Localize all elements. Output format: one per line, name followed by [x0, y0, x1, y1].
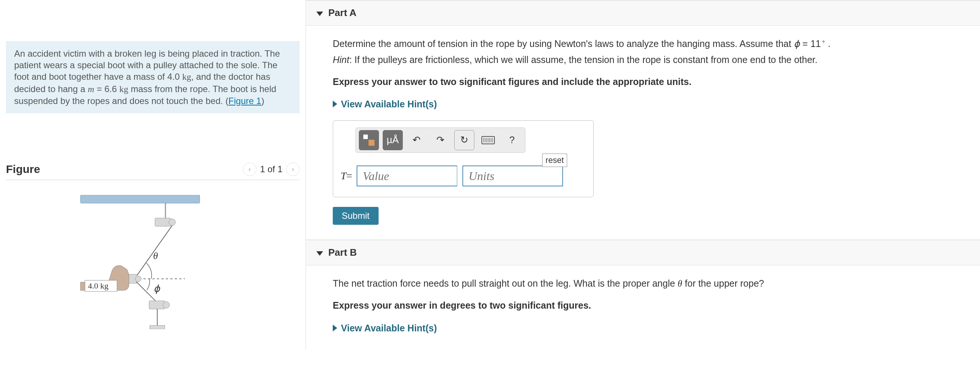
- figure-diagram: θ 4.0 kg ϕ: [6, 180, 299, 331]
- reset-label: reset: [542, 153, 567, 167]
- svg-point-11: [163, 302, 170, 308]
- redo-button[interactable]: ↷: [430, 130, 450, 150]
- svg-rect-10: [149, 301, 165, 309]
- figure-next-button[interactable]: ›: [286, 163, 299, 176]
- view-hints-link-b[interactable]: View Available Hint(s): [333, 321, 965, 335]
- part-b-title: Part B: [328, 247, 357, 259]
- svg-rect-0: [81, 195, 200, 203]
- view-hints-link[interactable]: View Available Hint(s): [333, 97, 965, 111]
- value-input[interactable]: [356, 166, 457, 187]
- caret-right-icon: [333, 325, 337, 331]
- units-symbol-button[interactable]: µÅ: [383, 130, 403, 150]
- figure-pager: ‹ 1 of 1 ›: [243, 163, 299, 176]
- part-a-header[interactable]: Part A: [306, 0, 980, 26]
- submit-button[interactable]: Submit: [333, 207, 379, 225]
- figure-prev-button[interactable]: ‹: [243, 163, 256, 176]
- theta-label: θ: [153, 251, 158, 261]
- units-input[interactable]: [463, 166, 563, 187]
- answer-variable: T =: [340, 166, 356, 187]
- figure-link[interactable]: Figure 1: [228, 96, 261, 106]
- help-button[interactable]: ?: [502, 130, 522, 150]
- figure-counter: 1 of 1: [260, 164, 282, 174]
- part-a-hint: Hint: If the pulleys are frictionless, w…: [333, 53, 965, 66]
- part-a-question: Determine the amount of tension in the r…: [333, 37, 965, 51]
- part-a-instruction: Express your answer to two significant f…: [333, 75, 965, 88]
- part-b-question: The net traction force needs to pull str…: [333, 277, 965, 290]
- answer-toolbar: µÅ ↶ ↷ ↻ ?: [355, 128, 525, 153]
- answer-box: µÅ ↶ ↷ ↻ ? reset T =: [333, 120, 593, 197]
- part-b-header[interactable]: Part B: [306, 240, 980, 265]
- svg-rect-13: [150, 326, 165, 329]
- caret-down-icon: [317, 11, 323, 16]
- reset-button[interactable]: ↻: [454, 130, 474, 150]
- undo-button[interactable]: ↶: [407, 130, 426, 150]
- figure-title: Figure: [6, 163, 40, 176]
- svg-point-3: [169, 219, 175, 225]
- svg-rect-2: [155, 218, 171, 226]
- svg-point-7: [135, 276, 141, 282]
- keyboard-button[interactable]: [478, 130, 498, 150]
- problem-statement: An accident victim with a broken leg is …: [6, 41, 299, 113]
- boot-mass-label: 4.0 kg: [88, 281, 108, 290]
- caret-right-icon: [333, 101, 337, 107]
- template-picker-button[interactable]: [359, 130, 379, 150]
- keyboard-icon: [481, 136, 495, 144]
- part-a-title: Part A: [328, 7, 356, 19]
- phi-label: ϕ: [154, 283, 161, 294]
- part-b-instruction: Express your answer in degrees to two si…: [333, 298, 965, 312]
- caret-down-icon: [317, 251, 323, 256]
